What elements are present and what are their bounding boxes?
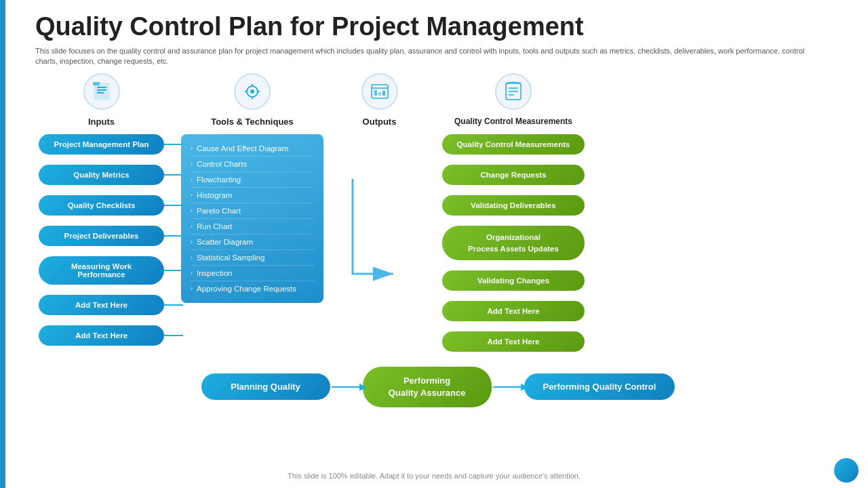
svg-point-6 (250, 89, 254, 94)
input-item-4[interactable]: Measuring Work Performance (39, 256, 164, 285)
input-item-0[interactable]: Project Management Plan (39, 134, 164, 155)
performing-control-btn[interactable]: Performing Quality Control (524, 373, 675, 400)
tool-item-5: ›Run Chart (191, 219, 314, 235)
tool-item-6: ›Scatter Diagram (191, 235, 314, 250)
page: Quality Control Plan for Project Managem… (0, 0, 868, 488)
svg-rect-15 (382, 91, 385, 96)
svg-rect-14 (378, 92, 381, 96)
tool-item-4: ›Pareto Chart (191, 203, 314, 219)
inputs-list: Project Management Plan Quality Metrics … (39, 134, 164, 351)
performing-assurance-btn[interactable]: Performing Quality Assurance (363, 367, 492, 407)
qcm-list: Quality Control Measurements Change Requ… (442, 134, 585, 357)
arrow1: ▶ (332, 386, 361, 388)
outputs-arrow (330, 172, 429, 294)
planning-quality-btn[interactable]: Planning Quality (201, 373, 330, 400)
inputs-label: Inputs (88, 117, 115, 131)
output-item-2[interactable]: Validating Deliverables (442, 195, 585, 216)
output-item-6[interactable]: Add Text Here (442, 331, 585, 352)
input-item-6[interactable]: Add Text Here (39, 325, 164, 346)
qcm-label: Quality Control Measurements (454, 117, 572, 131)
tools-label: Tools & Techniques (211, 117, 294, 131)
svg-rect-4 (93, 82, 100, 85)
svg-rect-0 (94, 83, 109, 100)
input-item-2[interactable]: Quality Checklists (39, 195, 164, 216)
tool-item-2: ›Flowcharting (191, 172, 314, 188)
tool-item-0: ›Cause And Effect Diagram (191, 141, 314, 157)
outputs-label: Outputs (363, 117, 397, 131)
input-item-3[interactable]: Project Deliverables (39, 226, 164, 246)
input-item-5[interactable]: Add Text Here (39, 295, 164, 315)
tools-icon (234, 73, 271, 110)
tool-item-3: ›Histogram (191, 188, 314, 203)
output-item-1[interactable]: Change Requests (442, 165, 585, 185)
bottom-process-row: Planning Quality ▶ Performing Quality As… (28, 367, 848, 407)
tools-box: ›Cause And Effect Diagram ›Control Chart… (181, 134, 323, 303)
output-item-3[interactable]: Organizational Process Assets Updates (442, 226, 585, 260)
outputs-icon (361, 73, 398, 110)
inputs-icon (83, 73, 120, 110)
inputs-section: Inputs Project Management Plan Quality M… (28, 73, 174, 351)
output-item-5[interactable]: Add Text Here (442, 301, 585, 321)
qcm-section: Quality Control Measurements Quality Con… (429, 73, 598, 357)
qcm-icon (495, 73, 532, 110)
svg-rect-11 (372, 85, 388, 98)
tools-section: Tools & Techniques ›Cause And Effect Dia… (174, 73, 330, 303)
output-item-0[interactable]: Quality Control Measurements (442, 134, 585, 155)
svg-rect-13 (374, 90, 377, 96)
arrow2: ▶ (493, 386, 523, 388)
brand-circle (834, 458, 859, 483)
output-item-4[interactable]: Validating Changes (442, 270, 585, 291)
input-item-1[interactable]: Quality Metrics (39, 165, 164, 185)
tool-item-8: ›Inspection (191, 266, 314, 281)
outputs-section: Outputs (330, 73, 429, 294)
tool-item-7: ›Statistical Sampling (191, 250, 314, 266)
tool-item-9: ›Approving Change Requests (191, 281, 314, 296)
blue-accent-bar (0, 0, 5, 488)
page-subtitle: This slide focuses on the quality contro… (35, 46, 822, 67)
footer-text: This slide is 100% editable. Adapt it to… (288, 472, 580, 480)
tool-item-1: ›Control Charts (191, 157, 314, 172)
page-title: Quality Control Plan for Project Managem… (35, 12, 848, 42)
